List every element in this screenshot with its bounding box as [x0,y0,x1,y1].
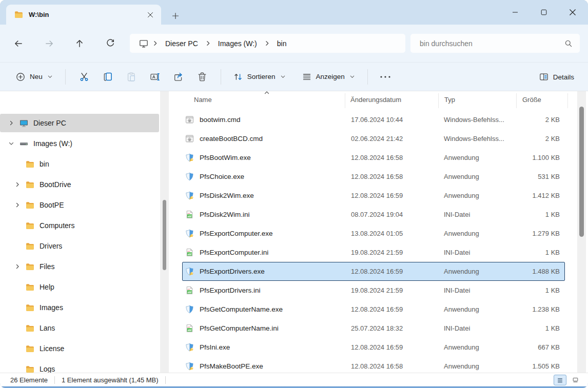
table-row[interactable]: PfsDisk2Wim.ini08.07.2024 19:04INI-Datei… [182,205,565,224]
table-row[interactable]: PfsExportDrivers.ini19.08.2024 21:59INI-… [182,281,565,300]
chevron-down-icon[interactable] [7,140,15,147]
sort-button[interactable]: Sortieren [228,67,291,87]
sidebar-item-logs[interactable]: Logs [0,360,159,373]
chevron-right-icon[interactable] [13,181,22,188]
sidebar-item-lans[interactable]: Lans [0,319,159,337]
file-name: PfsDisk2Wim.ini [200,211,250,218]
sidebar-item-dieser-pc[interactable]: Dieser PC [0,114,159,132]
monitor-icon[interactable] [139,39,148,48]
delete-button[interactable] [190,67,214,87]
new-button[interactable]: Neu [10,67,58,87]
search-input[interactable] [419,39,564,48]
table-row[interactable]: PfsExportDrivers.exe12.08.2024 16:59Anwe… [182,262,565,281]
table-row[interactable]: PfsMakeBootPE.exe12.08.2024 16:58Anwendu… [182,357,565,373]
share-button[interactable] [167,67,190,87]
folder-icon [26,262,34,271]
table-row[interactable]: PfsChoice.exe12.08.2024 16:58Anwendung53… [182,167,565,186]
column-headers: Name Änderungsdatum Typ Größe [170,91,579,110]
column-header-date[interactable]: Änderungsdatum [350,96,401,104]
cmd-file-icon [185,115,194,124]
file-date: 19.08.2024 21:59 [345,287,439,294]
sidebar-item-bootpe[interactable]: BootPE [0,196,159,214]
file-type: INI-Datei [439,324,517,332]
sidebar-item-images-w[interactable]: Images (W:) [0,134,159,153]
sidebar-item-computers[interactable]: Computers [0,216,159,235]
sidebar-item-drivers[interactable]: Drivers [0,237,159,255]
column-separator[interactable] [438,93,439,108]
sidebar-item-files[interactable]: Files [0,257,159,276]
sort-button-label: Sortieren [247,73,276,80]
table-row[interactable]: createBootBCD.cmd02.06.2024 21:42Windows… [182,129,565,148]
details-pane-icon [539,72,548,81]
breadcrumb-item-dieser-pc[interactable]: Dieser PC [162,38,201,49]
sidebar-item-license[interactable]: License [0,339,159,358]
details-view-toggle[interactable] [554,375,566,385]
ini-file-icon [185,210,194,219]
file-name: PfsExportComputer.ini [200,249,268,256]
column-separator[interactable] [516,93,517,108]
sidebar-scrollbar-thumb[interactable] [163,200,166,270]
file-name: PfsGetComputerName.exe [200,305,283,313]
maximize-button[interactable] [530,0,558,25]
paste-button[interactable] [120,67,143,87]
list-scrollbar-track[interactable] [577,91,586,373]
table-row[interactable]: bootwim.cmd17.06.2024 10:44Windows-Befeh… [182,110,565,129]
table-row[interactable]: PfsBootWim.exe12.08.2024 16:58Anwendung1… [182,148,565,167]
column-separator[interactable] [345,93,345,108]
file-date: 12.08.2024 16:58 [345,362,439,370]
rename-button[interactable] [143,67,167,87]
back-button[interactable] [8,33,29,54]
list-scrollbar-thumb[interactable] [579,107,584,237]
tab-current-folder[interactable]: W:\bin [6,5,161,25]
column-header-size[interactable]: Größe [522,96,541,104]
close-button[interactable] [558,0,587,25]
details-pane-button[interactable]: Details [534,67,580,87]
chevron-right-icon[interactable] [13,202,22,208]
sidebar-item-label: Help [40,283,54,291]
chevron-down-icon [280,74,286,79]
table-row[interactable]: PfsGetComputerName.ini25.07.2024 18:32IN… [182,319,565,338]
copy-button[interactable] [96,67,120,87]
table-row[interactable]: PfsGetComputerName.exe12.08.2024 16:59An… [182,300,565,319]
folder-icon [26,180,34,189]
breadcrumb-item-bin[interactable]: bin [274,38,290,49]
tab-close-icon[interactable] [144,8,157,22]
view-button[interactable]: Anzeigen [297,67,361,87]
chevron-spacer [13,345,22,352]
exe-shield-wrench-icon [185,362,194,371]
forward-button[interactable] [39,33,60,54]
chevron-right-icon[interactable] [7,120,15,126]
table-row[interactable]: PfsExportComputer.exe13.08.2024 01:05Anw… [182,224,565,243]
breadcrumb-item-images-w[interactable]: Images (W:) [215,38,260,49]
exe-shield-wrench-icon [185,267,194,276]
chevron-right-icon[interactable] [13,263,22,270]
chevron-down-icon [47,74,53,79]
refresh-button[interactable] [100,33,121,54]
file-type: Anwendung [439,362,517,370]
column-separator[interactable] [567,93,568,108]
minimize-button[interactable] [501,0,530,25]
content-view-toggle[interactable] [569,375,582,385]
new-tab-button[interactable] [168,9,183,23]
file-date: 02.06.2024 21:42 [345,135,439,142]
folder-icon [26,324,34,333]
sidebar-item-bootdrive[interactable]: BootDrive [0,175,159,194]
table-row[interactable]: PfsIni.exe12.08.2024 16:59Anwendung667 K… [182,338,565,357]
table-row[interactable]: PfsDisk2Wim.exe12.08.2024 16:59Anwendung… [182,186,565,205]
sidebar-scrollbar-track[interactable] [160,91,169,373]
drive-icon [19,139,28,148]
search-icon[interactable] [564,39,573,48]
file-name: PfsExportDrivers.ini [200,287,261,294]
more-options-button[interactable] [375,67,396,87]
column-header-name[interactable]: Name [194,96,212,104]
table-row[interactable]: PfsExportComputer.ini19.08.2024 21:59INI… [182,243,565,262]
up-button[interactable] [69,33,90,54]
file-date: 12.08.2024 16:59 [345,305,439,313]
sidebar-item-images[interactable]: Images [0,298,159,317]
item-count: 26 Elemente [10,376,48,384]
column-header-type[interactable]: Typ [444,96,455,104]
file-name-cell: PfsIni.exe [183,343,345,352]
sidebar-item-bin[interactable]: bin [0,155,159,173]
cut-button[interactable] [72,67,96,87]
sidebar-item-help[interactable]: Help [0,278,159,296]
